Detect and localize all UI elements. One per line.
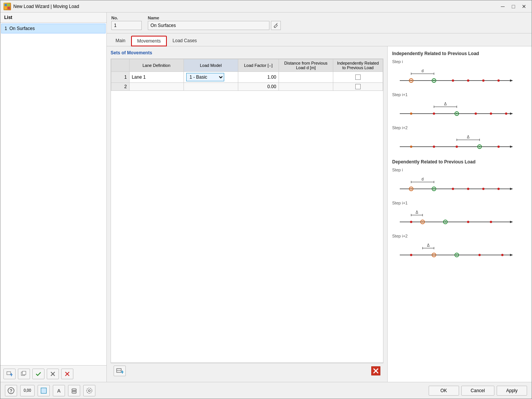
step-i2-diagram: Δ	[392, 131, 527, 155]
svg-point-93	[410, 254, 412, 256]
step-i1-diagram: Δ	[392, 98, 527, 122]
table-footer-left	[114, 366, 126, 376]
window-controls: ─ □ ✕	[498, 3, 529, 10]
step-i2-label: Step i+2	[392, 125, 527, 130]
bottom-bar: ? 0,00 A	[0, 382, 532, 399]
svg-point-97	[456, 254, 458, 256]
row2-lane	[129, 83, 184, 91]
sidebar-item-num: 1	[5, 26, 7, 31]
svg-point-34	[497, 79, 500, 82]
svg-point-71	[467, 188, 469, 190]
row2-distance	[279, 83, 333, 91]
name-label: Name	[148, 16, 281, 20]
svg-point-85	[467, 221, 469, 223]
tab-area: Main Movements Load Cases Sets of Moveme…	[107, 33, 532, 382]
table-row: 1 Lane 1 1 - Basic 2 - Advanced 3 - Cust…	[111, 72, 383, 83]
svg-point-72	[482, 188, 484, 190]
app-icon	[3, 3, 11, 10]
svg-rect-0	[5, 4, 7, 6]
row1-checkbox[interactable]	[355, 74, 361, 80]
row1-independent	[333, 72, 383, 83]
svg-point-84	[410, 221, 412, 223]
edit-name-button[interactable]	[271, 21, 281, 30]
svg-point-30	[433, 80, 435, 81]
view-button[interactable]	[38, 385, 50, 396]
svg-marker-36	[510, 112, 513, 115]
row2-independent	[333, 83, 383, 91]
row1-model-select[interactable]: 1 - Basic 2 - Advanced 3 - Custom	[186, 73, 224, 81]
svg-text:Δ: Δ	[416, 210, 418, 214]
svg-point-86	[490, 221, 492, 223]
delete-row-button[interactable]	[371, 366, 380, 375]
tab-main[interactable]: Main	[110, 36, 131, 46]
apply-button[interactable]: Apply	[497, 386, 527, 396]
svg-point-32	[467, 79, 469, 82]
main-area: List 1 On Surfaces	[0, 13, 532, 382]
step-i-diagram: d	[392, 65, 527, 89]
row1-distance	[279, 72, 333, 83]
svg-point-58	[456, 146, 458, 148]
row1-lane: Lane 1	[129, 72, 184, 83]
uncheck-button[interactable]	[47, 369, 59, 379]
svg-rect-8	[22, 371, 26, 375]
row1-num: 1	[111, 72, 130, 83]
no-label: No.	[111, 16, 142, 20]
sidebar-item-on-surfaces[interactable]: 1 On Surfaces	[1, 24, 106, 33]
settings-button[interactable]	[83, 385, 95, 396]
svg-text:?: ?	[10, 388, 12, 394]
row2-checkbox[interactable]	[355, 84, 361, 89]
svg-marker-88	[510, 254, 513, 256]
title-bar: New Load Wizard | Moving Load ─ □ ✕	[0, 0, 532, 13]
svg-text:d: d	[421, 69, 424, 73]
check-button[interactable]	[32, 369, 44, 379]
ok-button[interactable]: OK	[429, 386, 459, 396]
top-form: No. Name	[107, 13, 532, 33]
layer-button[interactable]	[68, 385, 80, 396]
minimize-button[interactable]: ─	[498, 3, 507, 10]
independently-title: Independently Related to Previous Load	[392, 51, 527, 56]
cancel-button[interactable]: Cancel	[461, 386, 494, 396]
step-i1-label: Step i+1	[392, 92, 527, 97]
close-button[interactable]: ✕	[519, 3, 529, 10]
name-input[interactable]	[148, 21, 269, 30]
row1-model[interactable]: 1 - Basic 2 - Advanced 3 - Custom	[184, 72, 238, 83]
movements-panel: Sets of Movements Lane Definition Load M…	[107, 46, 387, 382]
table-footer	[111, 363, 383, 378]
tab-content: Sets of Movements Lane Definition Load M…	[107, 46, 532, 382]
dep-step-i-diagram: d	[392, 174, 527, 198]
svg-marker-49	[510, 146, 513, 148]
svg-point-41	[410, 112, 412, 115]
svg-marker-61	[510, 188, 513, 190]
text-button[interactable]: A	[53, 385, 65, 396]
col-header-distance: Distance from Previous Load d [m]	[279, 59, 333, 72]
sidebar-header: List	[0, 13, 106, 23]
dep-step-i-label: Step i	[392, 168, 527, 172]
svg-point-108	[89, 390, 90, 391]
value-button[interactable]: 0,00	[20, 385, 35, 396]
delete-list-item-button[interactable]	[61, 369, 73, 379]
no-input[interactable]	[111, 21, 142, 30]
sidebar: List 1 On Surfaces	[0, 13, 107, 382]
svg-point-43	[456, 113, 458, 114]
svg-point-83	[445, 221, 446, 223]
add-row-button[interactable]	[114, 366, 126, 376]
tab-load-cases[interactable]: Load Cases	[167, 36, 203, 46]
value-label: 0,00	[24, 388, 31, 393]
help-button[interactable]: ?	[5, 385, 17, 396]
name-field-group: Name	[148, 16, 281, 30]
no-field-group: No.	[111, 16, 142, 30]
movements-table: Lane Definition Load Model Load Factor […	[111, 59, 383, 91]
add-list-item-button[interactable]	[3, 369, 16, 379]
dependently-title: Dependently Related to Previous Load	[392, 159, 527, 165]
sidebar-footer	[0, 365, 106, 382]
col-header-factor: Load Factor [--]	[238, 59, 279, 72]
maximize-button[interactable]: □	[509, 3, 518, 10]
copy-list-item-button[interactable]	[18, 369, 30, 379]
svg-point-45	[475, 112, 477, 115]
svg-point-69	[433, 188, 435, 190]
svg-marker-22	[510, 79, 513, 82]
row1-factor: 1.00	[238, 72, 279, 83]
tab-movements[interactable]: Movements	[131, 36, 167, 46]
svg-text:Δ: Δ	[467, 135, 470, 139]
col-header-independently: Independently Related to Previous Load	[333, 59, 383, 72]
